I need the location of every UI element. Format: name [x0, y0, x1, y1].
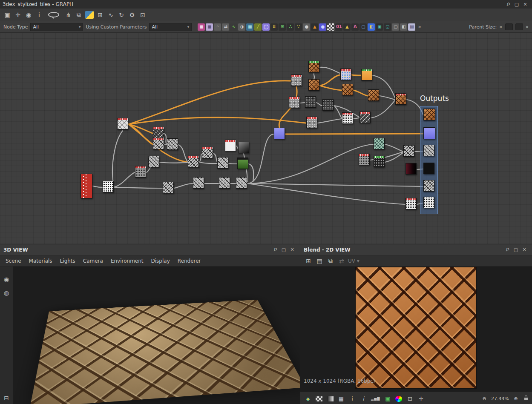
tile-sampler-icon[interactable]: ▦ [246, 23, 253, 31]
colorwheel-icon[interactable] [395, 396, 402, 402]
graph-canvas[interactable]: Outputs [0, 33, 532, 244]
graph-node[interactable] [395, 93, 406, 105]
pattern-icon[interactable]: ⊞ [279, 23, 286, 31]
graph-node[interactable] [237, 158, 248, 169]
bits-icon[interactable]: 01 [335, 23, 342, 31]
slope-blur-icon[interactable]: ╱ [254, 23, 262, 31]
wire-highlighted[interactable] [354, 90, 368, 96]
graph-node[interactable] [81, 174, 92, 198]
pyramid-icon[interactable]: ▲ [311, 23, 318, 31]
dependency-icon[interactable]: ⋔ [63, 10, 73, 20]
custom-params-dropdown[interactable]: All ▾ [149, 23, 192, 31]
wire[interactable] [320, 67, 340, 73]
close-icon[interactable]: ✕ [288, 247, 296, 252]
wire[interactable] [236, 146, 238, 148]
wire[interactable] [318, 119, 342, 123]
shuffle-icon[interactable]: ⇄ [222, 23, 229, 31]
tools-icon[interactable]: ⚙ [127, 10, 137, 20]
wire[interactable] [247, 183, 423, 186]
viewport-2d[interactable]: 1024 x 1024 (RGBA, 16bpc) [300, 266, 532, 392]
wire[interactable] [229, 163, 237, 164]
splatter-icon[interactable]: ⠿ [270, 23, 278, 31]
graph-node[interactable] [374, 156, 385, 167]
graph-node[interactable] [153, 127, 164, 138]
graph-node[interactable] [403, 145, 414, 157]
wire[interactable] [213, 153, 217, 162]
wire[interactable] [385, 153, 403, 162]
pin-icon[interactable]: ⚲ [270, 245, 280, 255]
panel-icon[interactable]: ▢ [392, 23, 399, 31]
size-preset-icon[interactable] [515, 23, 523, 30]
zoom-in-icon[interactable]: ⊕ [512, 395, 519, 402]
texture-2d-preview[interactable] [356, 267, 476, 388]
wire[interactable] [114, 187, 162, 188]
copy-icon[interactable]: ⧉ [326, 256, 335, 266]
graph-node[interactable] [289, 97, 300, 108]
graph-node[interactable] [167, 138, 178, 150]
graph-node[interactable] [291, 74, 302, 86]
camera-icon[interactable]: ◉ [4, 276, 9, 283]
frame-icon[interactable]: ▣ [3, 10, 12, 20]
viewport-3d[interactable]: ◉◍ ⊟ [0, 266, 300, 404]
wire[interactable] [316, 103, 322, 106]
graph-node[interactable] [236, 177, 247, 189]
graph-node[interactable] [225, 140, 236, 151]
sphere-icon[interactable]: ● [303, 23, 310, 31]
transform-icon[interactable]: ✛ [13, 10, 23, 20]
wire[interactable] [114, 172, 135, 187]
node-grid-icon[interactable]: ⊞ [95, 10, 105, 20]
menu-environment[interactable]: Environment [107, 258, 147, 264]
graph-node[interactable] [423, 163, 434, 174]
menu-camera[interactable]: Camera [79, 258, 107, 264]
uv-mode-selector[interactable]: UV ▾ [348, 258, 359, 264]
maximize-icon[interactable]: ▢ [279, 247, 288, 252]
copy-icon[interactable]: ⧉ [74, 10, 83, 20]
levels-icon[interactable]: ◑ [238, 23, 245, 31]
graph-node[interactable] [153, 138, 164, 149]
text-icon[interactable]: A [351, 23, 359, 31]
maximize-icon[interactable]: ▢ [512, 247, 520, 252]
card-icon[interactable]: ▤ [408, 23, 415, 31]
selection-icon[interactable]: ▢ [359, 23, 367, 31]
graph-node[interactable] [368, 89, 379, 101]
wire[interactable] [371, 100, 395, 118]
info-icon[interactable]: i [35, 10, 44, 20]
graph-node[interactable] [305, 96, 316, 108]
refresh-icon[interactable]: ↻ [117, 10, 126, 20]
wire[interactable] [93, 186, 102, 187]
graph-node[interactable] [374, 138, 385, 149]
graph-node[interactable] [359, 112, 371, 123]
paint-icon[interactable]: ◧ [368, 23, 375, 31]
graph-node[interactable] [308, 79, 319, 91]
graph-node[interactable] [423, 145, 434, 156]
graph-node[interactable] [423, 197, 434, 208]
wire[interactable] [247, 134, 273, 183]
wire[interactable] [178, 145, 187, 161]
outliner-icon[interactable]: ⊟ [4, 395, 9, 401]
crop-icon[interactable]: ⊡ [406, 395, 413, 402]
wire[interactable] [380, 96, 395, 100]
pin-icon[interactable]: ⚲ [502, 245, 512, 255]
graph-node[interactable] [274, 128, 285, 139]
image-icon[interactable]: ▦ [206, 23, 213, 31]
save-icon[interactable]: ▤ [315, 256, 324, 266]
graph-node[interactable] [359, 154, 370, 165]
frame-icon[interactable]: ▣ [376, 23, 383, 31]
graph-node[interactable] [163, 182, 174, 193]
camera-icon[interactable]: ◉ [24, 10, 33, 20]
zoom-out-icon[interactable]: ⊖ [481, 395, 488, 402]
split-icon[interactable]: ◧ [400, 23, 407, 31]
wire[interactable] [112, 131, 123, 187]
wire[interactable] [164, 133, 167, 144]
checker-icon[interactable] [327, 23, 334, 31]
graph-node[interactable] [342, 112, 353, 124]
graph-node[interactable] [117, 118, 128, 129]
menu-display[interactable]: Display [147, 258, 174, 264]
wire-highlighted[interactable] [320, 75, 340, 86]
image-input-icon[interactable]: ▦ [198, 23, 205, 31]
python-icon[interactable] [85, 11, 94, 19]
graph-node[interactable] [423, 109, 435, 120]
wire[interactable] [164, 144, 167, 145]
search-icon[interactable] [48, 12, 59, 17]
graph-node[interactable] [322, 99, 334, 111]
